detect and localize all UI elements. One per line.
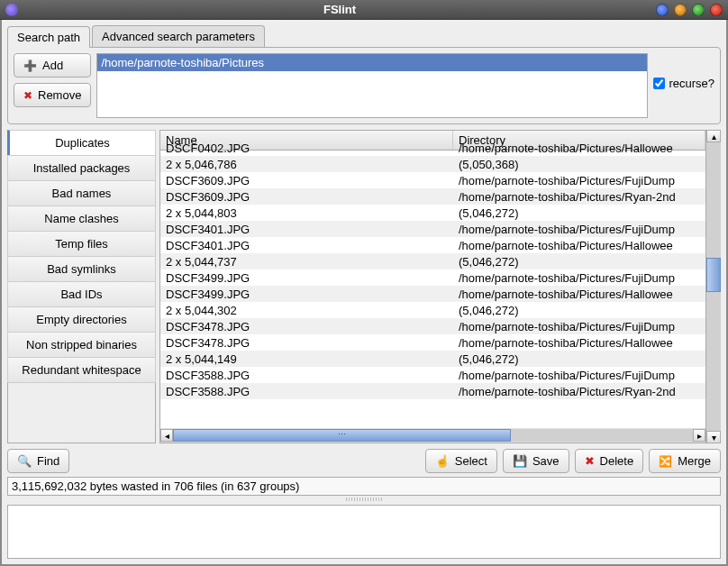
save-button[interactable]: Save [503,449,569,473]
maximize-icon[interactable] [674,4,687,16]
pane-grip[interactable] [346,498,382,501]
table-row[interactable]: 2 x 5,044,149(5,046,272) [160,351,705,367]
cell-name: 2 x 5,044,803 [160,206,453,220]
cell-name: DSCF3588.JPG [160,369,453,382]
app-icon [5,4,18,16]
select-label: Select [455,454,487,468]
remove-label: Remove [38,88,81,102]
table-row[interactable]: DSCF0402.JPG/home/parnote-toshiba/Pictur… [160,140,705,156]
table-row[interactable]: DSCF3401.JPG/home/parnote-toshiba/Pictur… [160,237,705,253]
close-icon[interactable] [710,4,723,16]
merge-icon [659,454,672,468]
scroll-right-icon[interactable]: ▸ [693,429,705,442]
cell-directory: /home/parnote-toshiba/Pictures/Hallowee [453,142,705,155]
search-path-panel: Add Remove /home/parnote-toshiba/Picture… [7,47,721,124]
cell-directory: (5,046,272) [453,352,705,366]
shade-icon[interactable] [692,4,705,16]
sidebar-item-temp-files[interactable]: Temp files [7,231,156,257]
cell-name: DSCF3478.JPG [160,320,453,333]
minimize-icon[interactable] [656,4,669,16]
category-sidebar: DuplicatesInstalled packagesBad namesNam… [7,130,156,443]
cell-directory: /home/parnote-toshiba/Pictures/FujiDump [453,320,705,333]
sidebar-item-name-clashes[interactable]: Name clashes [7,205,156,232]
delete-icon [585,454,595,468]
table-row[interactable]: DSCF3401.JPG/home/parnote-toshiba/Pictur… [160,221,705,237]
cell-name: DSCF3609.JPG [160,190,453,204]
scroll-up-icon[interactable]: ▴ [706,130,721,142]
scroll-left-icon[interactable]: ◂ [160,429,173,442]
cell-name: 2 x 5,046,786 [160,158,453,171]
path-list[interactable]: /home/parnote-toshiba/Pictures [96,53,648,118]
sidebar-item-bad-names[interactable]: Bad names [7,180,156,206]
save-icon [513,454,527,468]
merge-button[interactable]: Merge [649,449,721,473]
cell-name: DSCF3401.JPG [160,223,453,236]
sidebar-item-duplicates[interactable]: Duplicates [7,130,156,156]
table-row[interactable]: 2 x 5,044,302(5,046,272) [160,302,705,318]
cell-name: DSCF0402.JPG [160,142,453,155]
table-row[interactable]: DSCF3478.JPG/home/parnote-toshiba/Pictur… [160,334,705,351]
recurse-input[interactable] [653,78,665,89]
titlebar[interactable]: FSlint [0,0,728,20]
table-row[interactable]: DSCF3609.JPG/home/parnote-toshiba/Pictur… [160,188,705,205]
table-row[interactable]: DSCF3478.JPG/home/parnote-toshiba/Pictur… [160,318,705,334]
hscroll-thumb[interactable]: ⋯ [173,429,511,442]
remove-icon [23,88,32,102]
cell-directory: (5,046,272) [453,304,705,317]
sidebar-item-bad-ids[interactable]: Bad IDs [7,281,156,307]
cell-name: DSCF3588.JPG [160,385,453,398]
save-label: Save [532,454,560,468]
find-button[interactable]: Find [7,449,69,473]
select-icon [435,454,450,468]
sidebar-item-installed-packages[interactable]: Installed packages [7,155,156,181]
cell-name: DSCF3609.JPG [160,174,453,187]
recurse-label: recurse? [669,77,714,90]
output-area[interactable] [7,505,721,559]
cell-directory: /home/parnote-toshiba/Pictures/Ryan-2nd [453,385,705,398]
horizontal-scrollbar[interactable]: ◂ ⋯ ▸ [160,428,705,443]
delete-label: Delete [600,454,634,468]
cell-directory: /home/parnote-toshiba/Pictures/FujiDump [453,174,705,187]
remove-button[interactable]: Remove [14,83,91,107]
table-row[interactable]: 2 x 5,044,737(5,046,272) [160,253,705,269]
table-row[interactable]: DSCF3499.JPG/home/parnote-toshiba/Pictur… [160,286,705,302]
table-row[interactable]: 2 x 5,044,803(5,046,272) [160,205,705,221]
sidebar-item-bad-symlinks[interactable]: Bad symlinks [7,256,156,282]
recurse-checkbox[interactable]: recurse? [653,53,714,90]
add-label: Add [42,59,63,72]
table-row[interactable]: DSCF3609.JPG/home/parnote-toshiba/Pictur… [160,172,705,188]
cell-name: DSCF3499.JPG [160,288,453,301]
sidebar-item-non-stripped-binaries[interactable]: Non stripped binaries [7,332,156,358]
tab-bar: Search path Advanced search parameters [7,25,721,47]
cell-directory: (5,046,272) [453,206,705,220]
plus-icon [23,59,37,72]
cell-name: DSCF3499.JPG [160,271,453,285]
cell-directory: /home/parnote-toshiba/Pictures/FujiDump [453,369,705,382]
table-row[interactable]: DSCF3588.JPG/home/parnote-toshiba/Pictur… [160,367,705,383]
cell-name: 2 x 5,044,149 [160,352,453,366]
sidebar-item-empty-directories[interactable]: Empty directories [7,306,156,333]
add-button[interactable]: Add [14,53,91,78]
cell-directory: /home/parnote-toshiba/Pictures/FujiDump [453,223,705,236]
results-table: Name Directory DSCF0402.JPG/home/parnote… [159,130,706,443]
table-row[interactable]: DSCF3588.JPG/home/parnote-toshiba/Pictur… [160,383,705,399]
vertical-scrollbar[interactable]: ▴ ▾ [706,130,721,443]
sidebar-item-redundant-whitespace[interactable]: Redundant whitespace [7,357,156,383]
delete-button[interactable]: Delete [575,449,644,473]
scroll-down-icon[interactable]: ▾ [706,431,721,443]
table-row[interactable]: 2 x 5,046,786(5,050,368) [160,156,705,172]
merge-label: Merge [678,454,711,468]
path-row[interactable]: /home/parnote-toshiba/Pictures [97,54,647,71]
table-body[interactable]: DSCF0402.JPG/home/parnote-toshiba/Pictur… [160,140,705,428]
tab-search-path[interactable]: Search path [7,26,90,48]
select-button[interactable]: Select [425,449,497,473]
tab-advanced[interactable]: Advanced search parameters [92,25,265,47]
table-row[interactable]: DSCF3499.JPG/home/parnote-toshiba/Pictur… [160,269,705,286]
cell-name: 2 x 5,044,302 [160,304,453,317]
cell-name: DSCF3478.JPG [160,336,453,350]
cell-directory: /home/parnote-toshiba/Pictures/Hallowee [453,288,705,301]
find-label: Find [37,454,59,468]
search-icon [17,454,32,468]
cell-directory: (5,046,272) [453,255,705,269]
vscroll-thumb[interactable] [706,258,721,292]
